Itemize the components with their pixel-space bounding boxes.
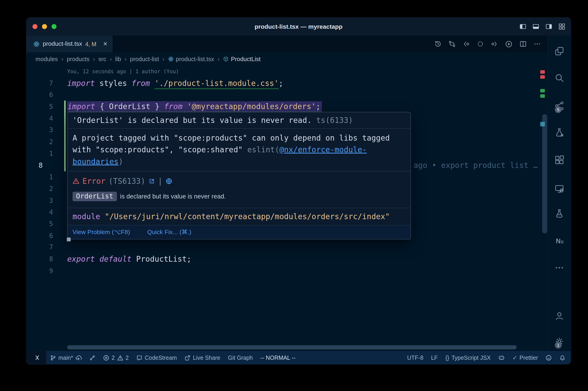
breadcrumb-item[interactable]: product-list — [130, 56, 159, 63]
breadcrumb-item[interactable]: products — [67, 56, 89, 63]
live-share-item[interactable]: Live Share — [181, 351, 224, 364]
window-title: product-list.tsx — myreactapp — [255, 23, 343, 30]
next-change-icon[interactable] — [491, 40, 498, 48]
hover-eslint-message: A project tagged with "scope:products" c… — [68, 129, 411, 171]
code-line[interactable]: 9 — [26, 265, 548, 277]
extensions-icon[interactable] — [548, 155, 571, 165]
more-actions-icon[interactable] — [533, 40, 541, 48]
encoding-item[interactable]: UTF-8 — [403, 351, 427, 364]
line-number: 7 — [26, 241, 53, 253]
git-compare-icon[interactable] — [448, 40, 456, 48]
code-line[interactable]: 8export default ProductList; — [26, 253, 548, 265]
gutter-change-indicator — [64, 100, 66, 171]
warning-count: 2 — [125, 355, 129, 361]
diagnostic-message: 'OrderList' is declared but its value is… — [73, 116, 312, 125]
remote-explorer-icon[interactable] — [548, 184, 571, 194]
code-text — [53, 89, 67, 101]
code-text — [53, 195, 67, 206]
breadcrumb-item[interactable]: lib — [115, 56, 121, 63]
vim-mode-item[interactable]: -- NORMAL -- — [256, 351, 299, 364]
run-icon[interactable] — [505, 40, 513, 48]
git-graph-label: Git Graph — [228, 355, 253, 361]
error-circle-icon — [103, 355, 109, 361]
codelens-row[interactable]: You, 12 seconds ago | 1 author (You) — [26, 66, 548, 77]
codestream-icon — [136, 355, 143, 361]
git-graph-item[interactable]: Git Graph — [224, 351, 256, 364]
copy-icon[interactable] — [548, 46, 571, 56]
code-line[interactable]: 6 — [26, 89, 548, 101]
breadcrumb-item[interactable]: modules — [36, 56, 58, 63]
line-number: 6 — [26, 89, 53, 101]
eslint-source-close: ) — [118, 157, 123, 166]
tab-product-list[interactable]: product-list.tsx 4, M × — [26, 36, 113, 52]
line-number — [26, 66, 53, 77]
history-icon[interactable] — [434, 40, 442, 48]
settings-gear-icon[interactable]: 1 — [548, 336, 571, 346]
split-editor-icon[interactable] — [519, 40, 527, 48]
prettier-item[interactable]: ✓ Prettier — [508, 351, 542, 364]
view-problem-action[interactable]: View Problem (⌥F8) — [73, 228, 130, 236]
customize-layout-icon[interactable] — [558, 23, 566, 30]
toggle-bottom-panel-icon[interactable] — [532, 23, 540, 30]
hierarchy-icon[interactable]: 5 — [548, 101, 571, 111]
codestream-item[interactable]: CodeStream — [133, 351, 181, 364]
line-number: 8 — [26, 159, 53, 171]
bell-icon[interactable] — [556, 351, 571, 364]
status-bar-right: UTF-8 LF {} TypeScript JSX ✓ Prettier — [403, 351, 571, 364]
minimize-button[interactable] — [42, 24, 47, 29]
nx-console-icon[interactable]: N — [548, 236, 571, 246]
search-icon[interactable] — [548, 73, 571, 83]
account-icon[interactable] — [548, 311, 571, 321]
breadcrumb-symbol[interactable]: ProductList — [223, 56, 261, 63]
eol-item[interactable]: LF — [427, 351, 441, 364]
language-item[interactable]: {} TypeScript JSX — [441, 351, 494, 364]
horizontal-scrollbar[interactable] — [67, 345, 517, 349]
code-line[interactable]: 5import { OrderList } from '@myreactapp/… — [26, 101, 548, 112]
globe-icon[interactable] — [166, 178, 172, 184]
close-button[interactable] — [32, 24, 37, 29]
hover-resize-handle[interactable] — [67, 238, 71, 241]
discard-changes-icon[interactable] — [477, 40, 484, 48]
zoom-button[interactable] — [51, 24, 57, 29]
live-share-icon — [184, 355, 191, 361]
vertical-scrollbar[interactable] — [542, 114, 547, 233]
codelens-label: You, 12 seconds ago | 1 author (You) — [53, 66, 179, 77]
chevron-right-icon: › — [61, 56, 63, 63]
breadcrumb-file[interactable]: product-list.tsx — [168, 56, 214, 63]
error-detail-text: is declared but its value is never read. — [120, 193, 226, 200]
copilot-icon[interactable] — [495, 351, 509, 364]
beaker-gear-icon[interactable] — [548, 127, 571, 137]
symbol-chip: OrderList — [73, 192, 117, 201]
breadcrumb-item[interactable]: src — [98, 56, 106, 63]
chevron-right-icon: › — [110, 56, 112, 63]
beaker-icon[interactable] — [548, 209, 571, 218]
more-views-icon[interactable] — [548, 263, 571, 273]
toggle-left-panel-icon[interactable] — [519, 23, 527, 30]
branch-item[interactable]: main* — [46, 351, 86, 364]
hover-error-section: Error(TS6133) | OrderList is declared bu… — [68, 171, 411, 208]
code-text: export default ProductList; — [53, 253, 191, 265]
line-number: 1 — [26, 171, 53, 183]
titlebar[interactable]: product-list.tsx — myreactapp — [26, 17, 571, 35]
code-line[interactable]: 7import styles from './product-list.modu… — [26, 77, 548, 89]
module-path: "/Users/juri/nrwl/content/myreactapp/mod… — [105, 212, 390, 221]
problems-item[interactable]: 2 2 — [99, 351, 133, 364]
git-graph-branch-icon[interactable] — [86, 351, 99, 364]
line-number: 9 — [26, 265, 53, 277]
remote-indicator[interactable] — [26, 351, 46, 364]
code-line[interactable]: 7 — [26, 241, 548, 253]
codestream-label: CodeStream — [145, 355, 177, 361]
code-text — [53, 218, 67, 230]
activity-bar: 5 N 1 — [548, 36, 571, 351]
toggle-right-panel-icon[interactable] — [545, 23, 553, 30]
feedback-icon[interactable] — [542, 351, 556, 364]
line-number: 7 — [26, 77, 53, 89]
open-docs-icon[interactable] — [148, 178, 155, 184]
error-code: (TS6133) — [108, 177, 145, 186]
breadcrumb-file-label: product-list.tsx — [176, 56, 214, 63]
editor[interactable]: You, 12 seconds ago | 1 author (You)7imp… — [26, 66, 548, 351]
previous-change-icon[interactable] — [462, 40, 470, 48]
tab-close-icon[interactable]: × — [103, 40, 107, 48]
quick-fix-action[interactable]: Quick Fix... (⌘.) — [147, 228, 191, 236]
vim-mode-label: -- NORMAL -- — [260, 355, 296, 361]
